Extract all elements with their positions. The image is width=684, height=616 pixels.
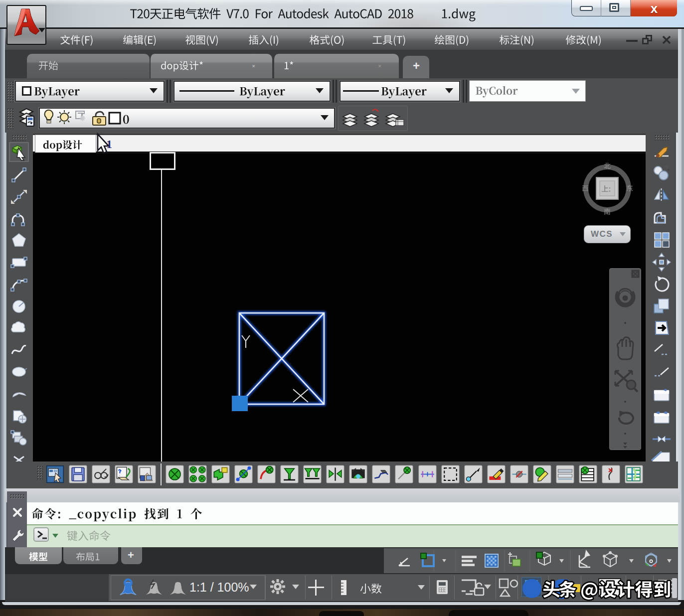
svg-text:1: 1	[106, 138, 112, 151]
